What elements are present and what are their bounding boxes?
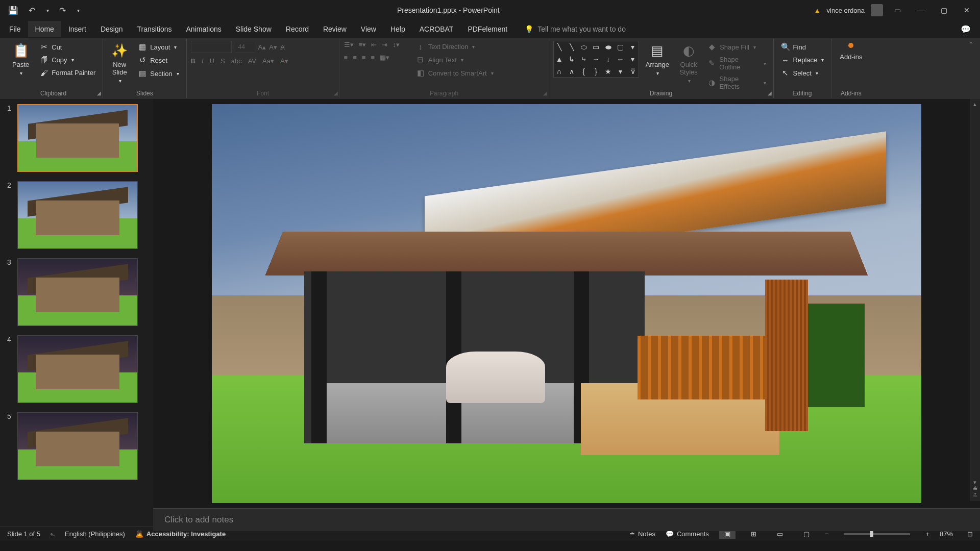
italic-button[interactable]: I [202, 57, 204, 65]
increase-indent-button[interactable]: ⇥ [382, 41, 387, 48]
thumb-preview[interactable] [17, 335, 138, 403]
shape-effects-button[interactable]: ◑Shape Effects▾ [704, 73, 769, 92]
columns-button[interactable]: ▦▾ [380, 54, 389, 61]
underline-button[interactable]: U [210, 57, 214, 65]
scroll-down-icon[interactable]: ▾ [973, 479, 976, 486]
find-button[interactable]: 🔍Find [778, 41, 827, 53]
clipboard-launcher[interactable]: ◢ [97, 90, 101, 96]
undo-dropdown[interactable]: ▾ [43, 7, 52, 14]
zoom-slider[interactable] [844, 533, 910, 535]
tab-animations[interactable]: Animations [179, 21, 228, 37]
close-button[interactable]: ✕ [959, 6, 975, 14]
language-indicator[interactable]: English (Philippines) [65, 530, 125, 538]
qat-customize[interactable]: ▾ [74, 7, 83, 14]
ribbon-display-options[interactable]: ▭ [889, 6, 906, 14]
accessibility-checker[interactable]: 🙇 Accessibility: Investigate [135, 530, 226, 538]
slide-thumbnail-panel[interactable]: 12345 [0, 99, 153, 527]
fit-to-window-button[interactable]: ⊡ [967, 530, 973, 538]
slide-canvas[interactable] [153, 99, 980, 508]
save-button[interactable]: 💾 [5, 5, 21, 16]
tab-slideshow[interactable]: Slide Show [229, 21, 279, 37]
tab-record[interactable]: Record [279, 21, 316, 37]
numbering-button[interactable]: ≡▾ [359, 41, 366, 48]
clear-format-icon[interactable]: A̷ [280, 43, 285, 51]
font-family-input[interactable] [191, 41, 232, 53]
align-center-button[interactable]: ≡ [353, 54, 357, 61]
bold-button[interactable]: B [191, 57, 195, 65]
scroll-up-icon[interactable]: ▴ [973, 101, 976, 108]
section-button[interactable]: ▤Section▾ [135, 67, 182, 80]
addins-button[interactable]: Add-ins [836, 41, 866, 63]
case-button[interactable]: Aa▾ [262, 57, 274, 65]
reset-button[interactable]: ↺Reset [135, 54, 182, 66]
select-button[interactable]: ↖Select▾ [778, 67, 827, 79]
spellcheck-icon[interactable]: ⎁ [51, 530, 55, 538]
shapes-gallery[interactable]: ╲╲⬭▭⬬▢▾ ▲↳⤷→↓←▾ ∩∧{}★▾⊽ [553, 41, 639, 78]
font-color-button[interactable]: A▾ [280, 57, 288, 65]
shape-fill-button[interactable]: ◆Shape Fill▾ [704, 41, 769, 53]
next-slide-icon[interactable]: ≛ [973, 492, 977, 499]
font-size-input[interactable] [235, 41, 255, 53]
maximize-button[interactable]: ▢ [936, 6, 952, 14]
zoom-out-button[interactable]: − [825, 530, 829, 538]
current-slide[interactable] [212, 104, 921, 503]
text-direction-button[interactable]: ↕Text Direction▾ [413, 41, 497, 53]
tab-review[interactable]: Review [316, 21, 354, 37]
tell-me-search[interactable]: 💡 Tell me what you want to do [525, 25, 626, 33]
tab-pdfelement[interactable]: PDFelement [460, 21, 514, 37]
align-right-button[interactable]: ≡ [362, 54, 366, 61]
font-launcher[interactable]: ◢ [334, 90, 338, 96]
user-avatar[interactable] [871, 4, 883, 16]
decrease-font-icon[interactable]: A▾ [269, 43, 277, 51]
prev-slide-icon[interactable]: ≜ [973, 486, 977, 492]
tab-view[interactable]: View [354, 21, 383, 37]
slide-thumbnail[interactable]: 3 [7, 258, 146, 326]
cut-button[interactable]: ✂Cut [36, 41, 99, 53]
thumb-preview[interactable] [17, 181, 138, 249]
thumb-preview[interactable] [17, 258, 138, 326]
line-spacing-button[interactable]: ↕▾ [393, 41, 400, 48]
justify-button[interactable]: ≡ [371, 54, 375, 61]
tab-transitions[interactable]: Transitions [130, 21, 179, 37]
slide-counter[interactable]: Slide 1 of 5 [7, 530, 40, 538]
slide-thumbnail[interactable]: 4 [7, 335, 146, 403]
undo-button[interactable]: ↶ [26, 5, 38, 16]
tab-file[interactable]: File [2, 21, 28, 37]
collapse-ribbon-button[interactable]: ⌃ [966, 39, 976, 98]
paste-button[interactable]: 📋 Paste ▾ [8, 41, 33, 78]
thumb-preview[interactable] [17, 104, 138, 172]
share-button[interactable]: 💬 [953, 24, 978, 34]
decrease-indent-button[interactable]: ⇤ [371, 41, 377, 48]
tab-insert[interactable]: Insert [61, 21, 93, 37]
notes-pane[interactable]: Click to add notes [153, 508, 980, 531]
shadow-button[interactable]: abc [231, 57, 242, 65]
smartart-button[interactable]: ◧Convert to SmartArt▾ [413, 67, 497, 79]
quick-styles-button[interactable]: ◐ Quick Styles▾ [676, 41, 701, 86]
tab-help[interactable]: Help [383, 21, 412, 37]
drawing-launcher[interactable]: ◢ [768, 90, 772, 96]
replace-button[interactable]: ↔Replace▾ [778, 54, 827, 66]
copy-button[interactable]: 🗐Copy▾ [36, 54, 99, 66]
slide-thumbnail[interactable]: 5 [7, 412, 146, 480]
paragraph-launcher[interactable]: ◢ [543, 90, 547, 96]
tab-acrobat[interactable]: ACROBAT [412, 21, 461, 37]
bullets-button[interactable]: ☰▾ [344, 41, 354, 48]
new-slide-button[interactable]: ✨ New Slide ▾ [107, 41, 132, 86]
slide-thumbnail[interactable]: 1 [7, 104, 146, 172]
minimize-button[interactable]: — [912, 6, 929, 14]
notes-toggle[interactable]: ≐Notes [629, 530, 655, 538]
zoom-in-button[interactable]: + [925, 530, 929, 538]
arrange-button[interactable]: ▤ Arrange▾ [642, 41, 673, 78]
strikethrough-button[interactable]: S [220, 57, 225, 65]
tab-home[interactable]: Home [28, 21, 61, 37]
slide-thumbnail[interactable]: 2 [7, 181, 146, 249]
spacing-button[interactable]: AV [248, 57, 256, 65]
tab-design[interactable]: Design [93, 21, 130, 37]
format-painter-button[interactable]: 🖌Format Painter [36, 67, 99, 79]
align-text-button[interactable]: ⊟Align Text▾ [413, 54, 497, 66]
layout-button[interactable]: ▦Layout▾ [135, 41, 182, 53]
comments-toggle[interactable]: 💬Comments [666, 530, 709, 538]
vertical-scrollbar[interactable]: ▴ ▾ ≜ ≛ [970, 99, 980, 501]
redo-button[interactable]: ↷ [56, 5, 69, 16]
align-left-button[interactable]: ≡ [344, 54, 348, 61]
